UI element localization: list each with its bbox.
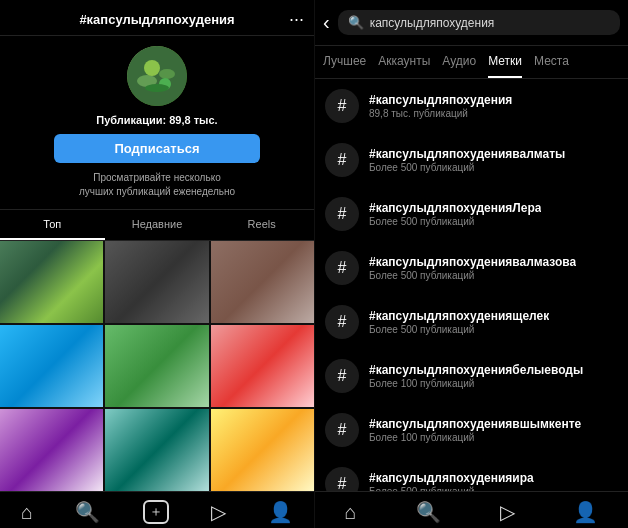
right-header: ‹ 🔍 капсулыдляпохудения	[315, 0, 628, 46]
result-item-7[interactable]: # #капсулыдляпохудениявшымкенте Более 10…	[315, 403, 628, 457]
grid-cell-9[interactable]	[211, 409, 314, 491]
tab-top[interactable]: Топ	[0, 210, 105, 240]
result-tag-5: #капсулыдляпохудениящелек	[369, 309, 549, 323]
hash-icon-1: #	[325, 89, 359, 123]
result-text-1: #капсулыдляпохудения 89,8 тыс. публикаци…	[369, 93, 512, 119]
create-icon[interactable]: ＋	[143, 500, 169, 524]
reels-icon-right[interactable]: ▷	[500, 500, 515, 524]
filter-places[interactable]: Места	[534, 54, 569, 78]
result-text-6: #капсулыдляпохудениябелыеводы Более 100 …	[369, 363, 583, 389]
filter-tabs: Лучшее Аккаунты Аудио Метки Места	[315, 46, 628, 79]
home-icon[interactable]: ⌂	[21, 501, 33, 524]
profile-icon-right[interactable]: 👤	[573, 500, 598, 524]
grid-cell-8[interactable]	[105, 409, 208, 491]
left-bottom-nav: ⌂ 🔍 ＋ ▷ 👤	[0, 491, 314, 528]
search-magnifier-icon: 🔍	[348, 15, 364, 30]
result-text-5: #капсулыдляпохудениящелек Более 500 публ…	[369, 309, 549, 335]
search-icon[interactable]: 🔍	[75, 500, 100, 524]
result-item-6[interactable]: # #капсулыдляпохудениябелыеводы Более 10…	[315, 349, 628, 403]
hash-icon-4: #	[325, 251, 359, 285]
left-meta: Публикации: 89,8 тыс. Подписаться Просма…	[0, 36, 314, 205]
hash-icon-8: #	[325, 467, 359, 491]
result-sub-6: Более 100 публикаций	[369, 378, 583, 389]
result-text-2: #капсулыдляпохудениявалматы Более 500 пу…	[369, 147, 565, 173]
hash-icon-3: #	[325, 197, 359, 231]
subscribe-button[interactable]: Подписаться	[54, 134, 259, 163]
result-item-3[interactable]: # #капсулыдляпохуденияЛера Более 500 пуб…	[315, 187, 628, 241]
result-tag-2: #капсулыдляпохудениявалматы	[369, 147, 565, 161]
back-button[interactable]: ‹	[323, 11, 330, 34]
svg-point-2	[159, 69, 175, 79]
filter-audio[interactable]: Аудио	[442, 54, 476, 78]
search-query-text: капсулыдляпохудения	[370, 16, 495, 30]
tab-recent[interactable]: Недавние	[105, 210, 210, 240]
result-tag-6: #капсулыдляпохудениябелыеводы	[369, 363, 583, 377]
filter-best[interactable]: Лучшее	[323, 54, 366, 78]
grid-cell-4[interactable]	[0, 325, 103, 407]
hash-icon-6: #	[325, 359, 359, 393]
result-text-7: #капсулыдляпохудениявшымкенте Более 100 …	[369, 417, 581, 443]
left-panel: #капсулыдляпохудения ··· Публикации: 89,…	[0, 0, 314, 528]
profile-icon[interactable]: 👤	[268, 500, 293, 524]
result-item-5[interactable]: # #капсулыдляпохудениящелек Более 500 пу…	[315, 295, 628, 349]
hash-icon-2: #	[325, 143, 359, 177]
filter-accounts[interactable]: Аккаунты	[378, 54, 430, 78]
result-text-4: #капсулыдляпохудениявалмазова Более 500 …	[369, 255, 576, 281]
grid-cell-2[interactable]	[105, 241, 208, 323]
result-tag-3: #капсулыдляпохуденияЛера	[369, 201, 541, 215]
result-tag-7: #капсулыдляпохудениявшымкенте	[369, 417, 581, 431]
svg-point-3	[144, 60, 160, 76]
tab-reels[interactable]: Reels	[209, 210, 314, 240]
result-item-1[interactable]: # #капсулыдляпохудения 89,8 тыс. публика…	[315, 79, 628, 133]
grid-cell-7[interactable]	[0, 409, 103, 491]
hash-icon-5: #	[325, 305, 359, 339]
grid-cell-1[interactable]	[0, 241, 103, 323]
results-list: # #капсулыдляпохудения 89,8 тыс. публика…	[315, 79, 628, 491]
grid-cell-3[interactable]	[211, 241, 314, 323]
publication-count: Публикации: 89,8 тыс.	[96, 114, 217, 126]
right-panel: ‹ 🔍 капсулыдляпохудения Лучшее Аккаунты …	[314, 0, 628, 528]
right-bottom-nav: ⌂ 🔍 ▷ 👤	[315, 491, 628, 528]
result-text-8: #капсулыдляпохуденияира Более 500 публик…	[369, 471, 534, 491]
left-header: #капсулыдляпохудения ···	[0, 0, 314, 36]
result-sub-5: Более 500 публикаций	[369, 324, 549, 335]
search-box[interactable]: 🔍 капсулыдляпохудения	[338, 10, 620, 35]
hash-icon-7: #	[325, 413, 359, 447]
result-sub-2: Более 500 публикаций	[369, 162, 565, 173]
grid-cell-5[interactable]	[105, 325, 208, 407]
grid-cell-6[interactable]	[211, 325, 314, 407]
svg-point-5	[145, 84, 169, 92]
search-icon-right[interactable]: 🔍	[416, 500, 441, 524]
result-text-3: #капсулыдляпохуденияЛера Более 500 публи…	[369, 201, 541, 227]
home-icon-right[interactable]: ⌂	[344, 501, 356, 524]
result-sub-3: Более 500 публикаций	[369, 216, 541, 227]
reels-icon[interactable]: ▷	[211, 500, 226, 524]
left-description: Просматривайте несколько лучших публикац…	[79, 171, 235, 199]
avatar	[127, 46, 187, 106]
result-item-2[interactable]: # #капсулыдляпохудениявалматы Более 500 …	[315, 133, 628, 187]
left-tabs: Топ Недавние Reels	[0, 209, 314, 241]
result-item-8[interactable]: # #капсулыдляпохуденияира Более 500 публ…	[315, 457, 628, 491]
photo-grid	[0, 241, 314, 491]
result-sub-1: 89,8 тыс. публикаций	[369, 108, 512, 119]
result-tag-4: #капсулыдляпохудениявалмазова	[369, 255, 576, 269]
result-item-4[interactable]: # #капсулыдляпохудениявалмазова Более 50…	[315, 241, 628, 295]
result-sub-7: Более 100 публикаций	[369, 432, 581, 443]
result-tag-8: #капсулыдляпохуденияира	[369, 471, 534, 485]
result-sub-4: Более 500 публикаций	[369, 270, 576, 281]
result-tag-1: #капсулыдляпохудения	[369, 93, 512, 107]
hashtag-title: #капсулыдляпохудения	[79, 12, 234, 27]
more-options-icon[interactable]: ···	[289, 9, 304, 30]
svg-point-0	[127, 46, 187, 106]
filter-tags[interactable]: Метки	[488, 54, 522, 78]
